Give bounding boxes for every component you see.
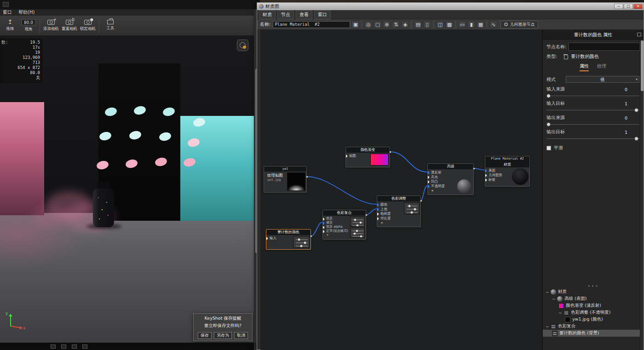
menu-material[interactable]: 材质: [259, 10, 276, 19]
tree-item-advanced[interactable]: − 高级 (表面): [543, 295, 640, 302]
tab-textures[interactable]: 纹理: [597, 63, 606, 71]
tools-button[interactable]: 工具: [102, 17, 119, 34]
node-color-composite[interactable]: 色彩复合 前景 背景 前景 alpha 正常(混合模式) +: [322, 210, 366, 240]
main-bottom-bar: [0, 343, 254, 350]
layout-horizontal-icon[interactable]: ▭: [458, 21, 466, 28]
node-plane-material[interactable]: Plane Material #2 材质 表面 几何图形 标签: [485, 156, 530, 187]
axis-y-label: y: [6, 311, 8, 316]
geometry-node-button[interactable]: 几何图形节点: [500, 21, 538, 29]
fit-view-icon[interactable]: ▢: [374, 21, 381, 28]
reset-camera-button[interactable]: ↻ 重置相机: [61, 17, 78, 34]
slider-track[interactable]: [546, 136, 639, 141]
slider-thumb[interactable]: [634, 137, 638, 141]
panel-scrollbar[interactable]: [640, 40, 644, 350]
graph-window-title: 材质图: [265, 3, 279, 10]
menu-window[interactable]: 窗口: [314, 10, 331, 19]
graph-titlebar[interactable]: 材质图 ─ □ ×: [257, 3, 644, 10]
save-button[interactable]: 保存: [198, 332, 212, 339]
lock-camera-button[interactable]: ● 锁定相机: [80, 17, 96, 34]
stat-value: 关: [36, 75, 40, 80]
duplicate-icon[interactable]: ◫: [436, 21, 444, 28]
add-camera-icon: +: [47, 20, 55, 25]
output-port[interactable]: [306, 176, 308, 178]
toolbar-separator: [99, 18, 99, 34]
reset-camera-icon: ↻: [66, 20, 73, 25]
output-port[interactable]: [310, 235, 312, 237]
add-texture-icon[interactable]: ▤: [414, 21, 422, 28]
tree-item-counted-color[interactable]: 要计数的颜色 (背景): [543, 330, 640, 337]
panel-splitter[interactable]: •••: [543, 284, 644, 288]
scene-wall-teal: [180, 116, 254, 221]
menu-node[interactable]: 节点: [277, 10, 294, 19]
center-node-icon[interactable]: ⊕: [383, 21, 391, 28]
bottom-bar-icon[interactable]: [61, 344, 66, 349]
close-button[interactable]: ×: [633, 4, 643, 9]
layout-vertical-icon[interactable]: ▮: [467, 21, 475, 28]
save-reminder-dialog: KeyShot 保存提醒 要立即保存文件吗? 保存 另存为 取消: [193, 313, 253, 341]
material-graph-window: 材质图 ─ □ × 材质 节点 查看 窗口 名称: ▣ ◎ ▢ ⊕ ⇅ ◈ ▤ …: [257, 2, 644, 350]
geometry-node-icon: [504, 23, 508, 26]
menu-window[interactable]: 窗口: [3, 9, 12, 16]
smooth-checkbox[interactable]: [546, 146, 551, 150]
auto-connect-icon[interactable]: ∿: [489, 21, 497, 28]
lock-icon[interactable]: ◈: [401, 21, 409, 28]
delete-node-icon[interactable]: ▯: [423, 21, 431, 28]
gradient-preview: [370, 154, 389, 166]
node-color-adjust[interactable]: 色彩调整 颜色 上色 饱和度 对比度 +: [377, 195, 421, 227]
fov-value[interactable]: 80.0: [22, 19, 35, 25]
node-color-gradient[interactable]: 颜色渐变 贴图: [345, 147, 390, 167]
align-nodes-icon[interactable]: ⇅: [392, 21, 400, 28]
duplicate-tree-icon[interactable]: ▩: [445, 21, 453, 28]
output-port[interactable]: [365, 214, 368, 216]
minimize-button[interactable]: ─: [614, 4, 623, 9]
viewport-settings-icon[interactable]: [237, 40, 248, 51]
undock-icon[interactable]: [637, 33, 641, 36]
save-as-button[interactable]: 另存为: [214, 332, 232, 339]
stat-value: 17s: [33, 45, 40, 50]
layout-grid-icon[interactable]: ▦: [477, 21, 484, 28]
output-port[interactable]: [473, 167, 475, 170]
dolly-button[interactable]: ↥ 推移: [2, 17, 18, 34]
tree-item-color-composite[interactable]: − 色彩复合: [543, 323, 640, 330]
node-name-input[interactable]: [569, 43, 639, 50]
scrollbar-thumb[interactable]: [641, 40, 644, 91]
slider-track[interactable]: [546, 121, 639, 127]
material-name-input[interactable]: [273, 21, 350, 28]
maximize-button[interactable]: □: [624, 4, 633, 9]
zoom-icon[interactable]: ◎: [364, 21, 372, 28]
bottom-bar-icon[interactable]: [72, 344, 77, 349]
delete-type-icon[interactable]: [564, 54, 568, 59]
add-camera-button[interactable]: + 添加相机: [43, 17, 59, 34]
app-icon: [3, 2, 9, 7]
mode-dropdown[interactable]: 值: [566, 76, 639, 83]
tree-item-color-gradient[interactable]: 颜色渐变 (漫反射): [543, 302, 640, 309]
output-port[interactable]: [420, 200, 422, 202]
slider-thumb[interactable]: [546, 122, 551, 126]
node-advanced[interactable]: 高级 漫反射 高光 凹凸 不透明度 +: [427, 163, 474, 195]
bottom-bar-icon[interactable]: [51, 344, 56, 349]
node-canvas[interactable]: 颜色渐变 贴图 yw1 纹理贴图 yw1.jpg: [260, 30, 542, 350]
tab-properties[interactable]: 属性: [580, 63, 589, 71]
gradient-icon: [558, 303, 564, 309]
save-icon[interactable]: ▣: [351, 21, 359, 28]
output-port[interactable]: [389, 151, 391, 153]
slider-track[interactable]: [546, 93, 639, 98]
tree-item-material[interactable]: − 材质: [543, 288, 640, 295]
bottom-bar-icon[interactable]: [82, 344, 87, 349]
slider-thumb[interactable]: [546, 94, 551, 98]
fov-control[interactable]: 80.0 视角: [20, 17, 37, 34]
texture-preview: [287, 172, 305, 191]
tree-item-texture[interactable]: yw1.jpg (颜色): [543, 316, 640, 323]
slider-track[interactable]: [546, 107, 639, 113]
menu-help[interactable]: 帮助(H): [18, 9, 34, 16]
menu-view[interactable]: 查看: [296, 10, 312, 19]
cancel-button[interactable]: 取消: [234, 332, 248, 339]
node-texture-map[interactable]: yw1 纹理贴图 yw1.jpg: [264, 166, 307, 193]
color-adjust-preview: [404, 202, 420, 214]
material-icon: [551, 289, 556, 295]
stat-value: 19.5: [30, 40, 40, 45]
bottle: [93, 182, 114, 227]
node-counted-color[interactable]: 要计数的颜色 输入: [266, 229, 311, 250]
tree-item-color-adjust[interactable]: − 色彩调整 (不透明度): [543, 309, 640, 316]
slider-thumb[interactable]: [634, 108, 638, 112]
